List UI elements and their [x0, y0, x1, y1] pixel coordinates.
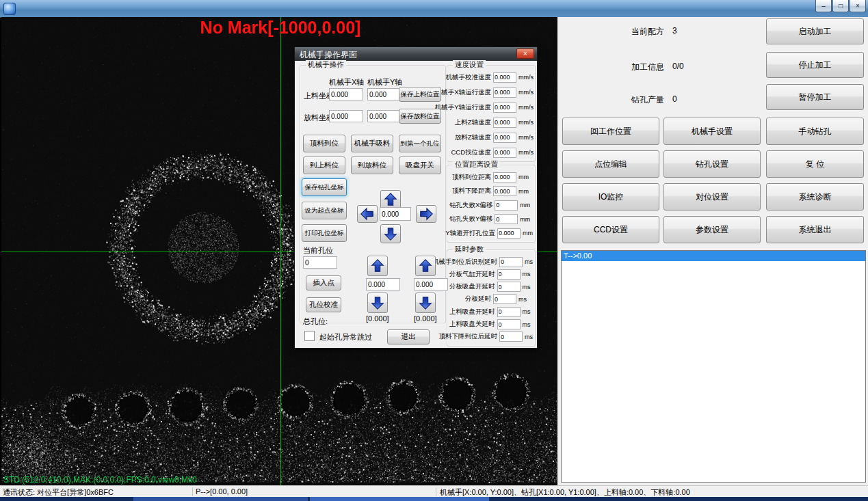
pause-processing-button[interactable]: 暂停加工 [766, 84, 864, 110]
down-arrow-icon [383, 226, 398, 241]
to-load-position-button[interactable]: 到上料位 [303, 157, 345, 174]
distance-row-1: 顶料下降距离mm [449, 186, 533, 197]
grid-button-alignment-settings[interactable]: 对位设置 [663, 183, 761, 211]
axis2-down-button[interactable] [415, 293, 436, 313]
speed-input-0[interactable] [493, 72, 516, 83]
suction-switch-button[interactable]: 吸盘开关 [399, 157, 441, 174]
delay-input-1[interactable] [497, 269, 521, 280]
delay-row-2: 分板吸盘开延时ms [449, 282, 533, 293]
distance-label-4: Y轴避开打孔位置 [445, 229, 495, 238]
speed-input-1[interactable] [493, 87, 516, 98]
delay-row-4: 上料吸盘开延时ms [449, 306, 533, 317]
jog-right-button[interactable] [416, 205, 436, 223]
delay-row-3: 分板延时ms [449, 294, 533, 305]
distance-unit-4: mm [523, 230, 533, 236]
delay-label-1: 分板气缸开延时 [449, 270, 495, 279]
grid-button-system-diagnosis[interactable]: 系统诊断 [766, 183, 864, 211]
log-list-item[interactable]: T-->0.00 [562, 251, 865, 261]
load-x-input[interactable] [329, 88, 363, 100]
set-origin-coord-button[interactable]: 设为起点坐标 [302, 202, 347, 219]
start-processing-button[interactable]: 启动加工 [766, 18, 864, 44]
grid-button-manual-drill[interactable]: 手动钻孔 [766, 118, 864, 145]
speed-label-4: 放料Z轴速度 [455, 133, 491, 142]
save-load-position-button[interactable]: 保存上料位置 [399, 87, 441, 102]
dialog-exit-button[interactable]: 退出 [387, 329, 430, 344]
delay-input-0[interactable] [499, 257, 523, 267]
dialog-close-button[interactable]: × [516, 49, 534, 59]
distance-input-3[interactable] [495, 214, 518, 224]
position-readout-text: P-->[0.00, 0.00] [196, 487, 248, 496]
delay-input-6[interactable] [499, 331, 523, 342]
grid-button-drill-settings[interactable]: 钻孔设置 [663, 150, 761, 178]
axis1-down-button[interactable] [367, 293, 388, 313]
speed-input-5[interactable] [493, 148, 516, 158]
grid-button-parameter-settings[interactable]: 参数设置 [663, 216, 761, 243]
save-unload-position-button[interactable]: 保存放料位置 [399, 109, 441, 124]
status-divider [192, 487, 193, 496]
speed-input-2[interactable] [493, 103, 516, 113]
speed-row-3: 上料Z轴速度mm/s [449, 117, 533, 128]
unload-x-input[interactable] [329, 110, 363, 122]
stop-processing-button[interactable]: 停止加工 [766, 52, 864, 78]
distance-input-2[interactable] [495, 200, 518, 211]
distance-rows: 顶料到位距离mm顶料下降距离mm钻孔失败X偏移mm钻孔失败Y偏移mmY轴避开打孔… [449, 172, 533, 239]
delay-input-4[interactable] [497, 307, 521, 317]
delay-input-3[interactable] [493, 294, 516, 304]
delay-input-2[interactable] [497, 282, 521, 292]
top-material-in-place-button[interactable]: 顶料到位 [303, 135, 345, 152]
axis1-up-button[interactable] [367, 256, 388, 276]
axis1-step-input[interactable] [366, 278, 400, 290]
jog-step-input[interactable] [380, 207, 411, 221]
grid-button-robot-settings[interactable]: 机械手设置 [663, 118, 761, 145]
delay-input-5[interactable] [497, 319, 521, 329]
close-button[interactable]: × [850, 0, 866, 12]
to-unload-position-button[interactable]: 到放料位 [351, 157, 393, 174]
grid-button-io-monitor[interactable]: IO监控 [562, 183, 659, 211]
jog-up-button[interactable] [380, 190, 401, 209]
print-hole-coord-button[interactable]: 打印孔位坐标 [302, 224, 347, 242]
delay-row-6: 顶料下降到位后延时ms [449, 331, 533, 342]
save-drill-coord-button[interactable]: 保存钻孔坐标 [302, 178, 347, 196]
process-info-label: 加工信息 [631, 62, 664, 73]
screen: – □ × No Mark[-1000,0.00] STD:(512.0,410… [0, 0, 868, 501]
axis2-readout: [0.000] [414, 314, 437, 323]
delay-rows: 机械手到位后识别延时ms分板气缸开延时ms分板吸盘开延时ms分板延时ms上料吸盘… [449, 256, 533, 342]
grid-button-system-exit[interactable]: 系统退出 [766, 216, 864, 243]
robot-pick-button[interactable]: 机械手吸料 [351, 135, 393, 152]
grid-button-return-work-position[interactable]: 回工作位置 [562, 118, 659, 145]
current-hole-input[interactable] [303, 256, 337, 269]
grid-button-point-edit[interactable]: 点位编辑 [562, 150, 659, 178]
speed-unit-1: mm/s [518, 89, 533, 96]
delay-unit-4: ms [523, 308, 534, 315]
distance-label-3: 钻孔失败Y偏移 [449, 215, 492, 224]
log-list[interactable]: T-->0.00 [561, 250, 866, 483]
grid-button-ccd-settings[interactable]: CCD设置 [562, 216, 659, 243]
distance-input-4[interactable] [497, 228, 521, 239]
axis2-step-input[interactable] [414, 278, 448, 290]
delay-unit-3: ms [518, 296, 533, 303]
distance-input-0[interactable] [493, 172, 516, 182]
unload-y-input[interactable] [367, 110, 402, 122]
axis2-up-button[interactable] [415, 256, 436, 276]
distance-unit-2: mm [520, 202, 533, 208]
hole-calibrate-button[interactable]: 孔位校准 [306, 297, 341, 312]
to-first-hole-button[interactable]: 到第一个孔位 [399, 135, 441, 152]
maximize-button[interactable]: □ [832, 0, 849, 12]
speed-input-4[interactable] [493, 133, 516, 143]
speed-input-3[interactable] [493, 118, 516, 128]
right-arrow-icon [419, 206, 434, 221]
minimize-button[interactable]: – [815, 0, 832, 12]
delay-unit-6: ms [525, 334, 533, 340]
jog-down-button[interactable] [380, 224, 401, 243]
axis-y-header: 机械手Y轴 [367, 77, 402, 87]
taskbar-segment [133, 497, 308, 501]
dialog-titlebar[interactable]: 机械手操作界面 × [295, 47, 537, 61]
delay-unit-2: ms [523, 284, 534, 290]
load-y-input[interactable] [367, 88, 402, 100]
skip-start-hole-label: 起始孔异常跳过 [319, 332, 372, 342]
jog-left-button[interactable] [357, 205, 378, 223]
grid-button-reset[interactable]: 复 位 [766, 150, 864, 178]
skip-start-hole-checkbox[interactable] [304, 331, 315, 341]
distance-input-1[interactable] [493, 186, 516, 196]
insert-point-button[interactable]: 插入点 [306, 275, 341, 290]
